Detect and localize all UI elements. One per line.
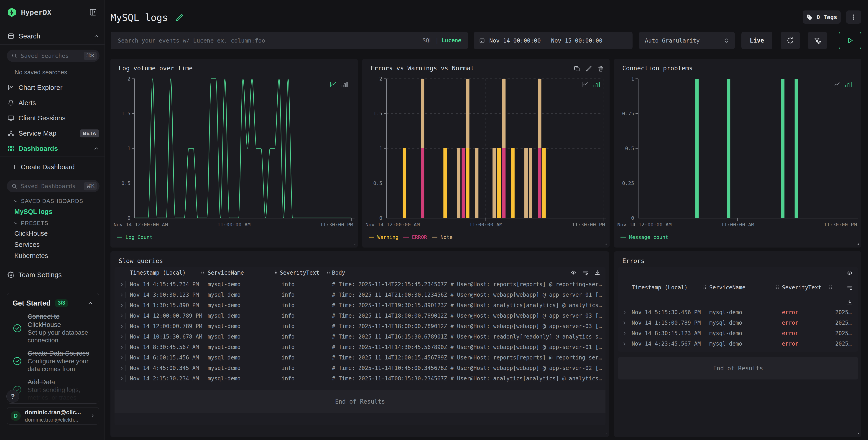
table-row[interactable]: Nov 14 1:30:15.890 PMmysql-demoinfo# Tim… — [115, 300, 606, 310]
col-servicename[interactable]: ServiceName — [208, 270, 244, 276]
bar-chart-icon[interactable] — [845, 81, 852, 88]
get-started-item[interactable]: Create Data SourcesConfigure where your … — [12, 349, 93, 373]
bar-chart-icon[interactable] — [341, 81, 349, 88]
resize-handle-icon[interactable] — [603, 431, 607, 435]
errors-warnings-chart[interactable]: 00.511.52Nov 14 12:00:00 AM11:00:00 AM11… — [362, 59, 610, 247]
lucene-mode-toggle[interactable]: Lucene — [441, 37, 461, 44]
table-row[interactable]: Nov 14 8:30:15.123 AMmysql-demoerror2025… — [618, 328, 858, 339]
presets-section-toggle[interactable]: PRESETS — [13, 218, 99, 228]
create-dashboard-button[interactable]: Create Dashboard — [0, 160, 104, 174]
table-row[interactable]: Nov 14 10:15:30.678 AMmysql-demoinfo# Ti… — [115, 332, 606, 342]
drag-handle-icon[interactable] — [775, 284, 780, 290]
live-button[interactable]: Live — [741, 32, 772, 49]
resize-handle-icon[interactable] — [604, 242, 607, 245]
expand-row-icon[interactable] — [622, 310, 627, 315]
filter-button[interactable] — [808, 32, 827, 49]
expand-row-icon[interactable] — [120, 366, 124, 370]
table-row[interactable]: Nov 14 5:15:30.456 PMmysql-demoerror2025… — [618, 307, 858, 317]
wrap-lines-icon[interactable] — [582, 269, 589, 276]
get-started-item[interactable]: Add DataStart sending logs, metrics, or … — [12, 378, 93, 402]
code-icon[interactable] — [570, 269, 577, 276]
sidebar-item-kubernetes[interactable]: Kubernetes — [14, 251, 99, 261]
saved-searches-input[interactable]: Saved Searches ⌘K — [7, 49, 99, 62]
table-row[interactable]: Nov 14 3:00:30.123 PMmysql-demoinfo# Tim… — [115, 290, 606, 300]
col-timestamp[interactable]: Timestamp (Local) — [130, 270, 186, 276]
collapse-sidebar-icon[interactable] — [89, 8, 97, 16]
granularity-select[interactable]: Auto Granularity — [639, 32, 735, 49]
sidebar-item-mysql-logs[interactable]: MySQL logs — [14, 207, 99, 216]
bar-chart-icon[interactable] — [593, 81, 600, 88]
table-row[interactable]: Nov 14 4:45:00.345 AMmysql-demoinfo# Tim… — [115, 363, 606, 373]
saved-dashboards-section-toggle[interactable]: SAVED DASHBOARDS — [13, 197, 99, 206]
col-severitytext[interactable]: SeverityText — [280, 270, 319, 276]
table-row[interactable]: Nov 14 1:15:00.789 PMmysql-demoerror2025… — [618, 317, 858, 328]
chevron-up-icon[interactable] — [87, 300, 93, 306]
col-timestamp[interactable]: Timestamp (Local) — [632, 284, 688, 291]
expand-row-icon[interactable] — [120, 282, 124, 287]
drag-handle-icon[interactable] — [326, 270, 331, 275]
saved-dashboards-input[interactable]: Saved Dashboards ⌘K — [7, 180, 99, 192]
drag-handle-icon[interactable] — [200, 270, 206, 275]
edit-title-icon[interactable] — [175, 14, 184, 22]
log-volume-chart[interactable]: 00.511.52Nov 14 12:00:00 AM11:00:00 AM11… — [111, 59, 358, 247]
drag-handle-icon[interactable] — [828, 284, 833, 290]
user-menu[interactable]: D dominic.tran@clic... dominic.tran@clic… — [7, 407, 99, 425]
drag-handle-icon[interactable] — [702, 284, 708, 290]
sidebar-item-client-sessions[interactable]: Client Sessions — [0, 110, 104, 126]
sql-mode-toggle[interactable]: SQL — [423, 37, 432, 44]
help-button[interactable]: ? — [6, 390, 19, 403]
table-row[interactable]: Nov 14 12:00:00.789 PMmysql-demoinfo# Ti… — [115, 310, 606, 321]
sidebar-item-services[interactable]: Services — [14, 240, 99, 249]
expand-row-icon[interactable] — [622, 331, 627, 336]
line-chart-icon[interactable] — [833, 81, 841, 88]
get-started-item[interactable]: Connect to ClickHouseSet up your databas… — [12, 312, 93, 344]
refresh-button[interactable] — [781, 32, 800, 49]
sidebar-item-service-map[interactable]: Service MapBETA — [0, 126, 104, 141]
sidebar-item-alerts[interactable]: Alerts — [0, 95, 104, 110]
table-row[interactable]: Nov 14 12:00:00.789 PMmysql-demoinfo# Ti… — [115, 321, 606, 332]
date-range-picker[interactable]: Nov 14 00:00:00 - Nov 15 00:00:00 — [474, 32, 632, 49]
connection-problems-chart[interactable]: 00.250.50.751Nov 14 12:00:00 AM11:00:00 … — [614, 59, 861, 247]
expand-row-icon[interactable] — [120, 314, 124, 318]
line-chart-icon[interactable] — [330, 81, 337, 88]
table-row[interactable]: Nov 14 4:23:45.567 AMmysql-demoerror2025… — [618, 339, 858, 349]
dashboard-menu-button[interactable] — [846, 10, 861, 24]
col-severitytext[interactable]: SeverityText — [782, 284, 821, 291]
expand-row-icon[interactable] — [120, 324, 124, 329]
cell-timestamp: Nov 14 8:30:15.123 AM — [632, 330, 701, 337]
download-icon[interactable] — [594, 269, 600, 276]
sidebar-item-search[interactable]: Search — [0, 29, 104, 43]
table-row[interactable]: Nov 14 2:15:30.234 AMmysql-demoinfo# Tim… — [115, 373, 606, 384]
expand-row-icon[interactable] — [120, 356, 124, 360]
tags-button[interactable]: 0 Tags — [803, 10, 841, 24]
table-row[interactable]: Nov 14 6:00:15.456 AMmysql-demoinfo# Tim… — [115, 352, 606, 363]
expand-row-icon[interactable] — [120, 293, 124, 297]
resize-handle-icon[interactable] — [856, 242, 859, 245]
drag-handle-icon[interactable] — [273, 270, 279, 275]
selector-icon — [724, 38, 729, 43]
wrap-lines-icon[interactable] — [846, 284, 853, 291]
resize-handle-icon[interactable] — [352, 242, 355, 245]
col-body[interactable]: Body — [332, 270, 345, 276]
resize-handle-icon[interactable] — [856, 431, 859, 435]
table-row[interactable]: Nov 14 4:15:45.234 PMmysql-demoinfo# Tim… — [115, 279, 606, 290]
sidebar-item-chart-explorer[interactable]: Chart Explorer — [0, 80, 104, 95]
download-icon[interactable] — [846, 299, 853, 305]
sidebar-item-dashboards[interactable]: Dashboards — [0, 141, 104, 156]
expand-row-icon[interactable] — [622, 342, 627, 346]
sidebar-item-team-settings[interactable]: Team Settings — [0, 267, 104, 282]
expand-row-icon[interactable] — [120, 303, 124, 308]
expand-row-icon[interactable] — [120, 345, 124, 349]
expand-row-icon[interactable] — [120, 335, 124, 339]
event-search-input[interactable]: Search your events w/ Lucene ex. column:… — [111, 32, 468, 49]
section-label: SAVED DASHBOARDS — [21, 198, 83, 204]
code-icon[interactable] — [846, 270, 853, 276]
sidebar-item-clickhouse[interactable]: ClickHouse — [14, 229, 99, 238]
run-query-button[interactable] — [839, 32, 861, 49]
expand-row-icon[interactable] — [120, 376, 124, 381]
col-servicename[interactable]: ServiceName — [709, 284, 745, 291]
expand-row-icon[interactable] — [622, 321, 627, 325]
line-chart-icon[interactable] — [581, 81, 589, 88]
svg-text:Note: Note — [441, 234, 453, 240]
table-row[interactable]: Nov 14 8:30:45.567 AMmysql-demoinfo# Tim… — [115, 342, 606, 352]
